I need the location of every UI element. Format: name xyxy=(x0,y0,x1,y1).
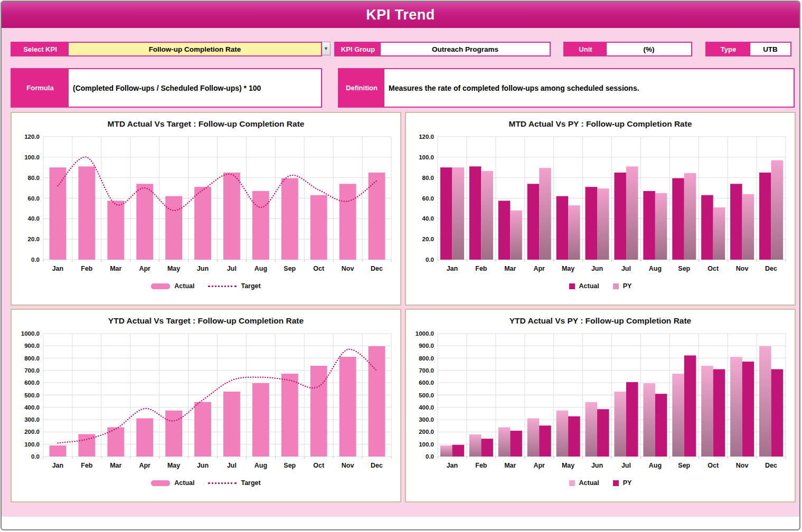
dashboard-content: Select KPI Follow-up Completion Rate ▼ K… xyxy=(2,28,799,502)
svg-text:Sep: Sep xyxy=(284,462,296,469)
svg-text:Jan: Jan xyxy=(52,462,64,469)
legend-label: PY xyxy=(623,479,632,487)
kpi-controls-row: Select KPI Follow-up Completion Rate ▼ K… xyxy=(11,42,791,56)
unit-field: Unit (%) xyxy=(563,42,692,56)
legend-item-py: PY xyxy=(613,282,632,290)
svg-text:20.0: 20.0 xyxy=(422,236,434,242)
definition-field: Definition Measures the rate of complete… xyxy=(338,68,795,108)
series-swatch-icon xyxy=(569,283,575,289)
series-swatch-icon xyxy=(151,480,170,486)
select-kpi-group: Select KPI Follow-up Completion Rate xyxy=(11,42,322,56)
svg-text:Apr: Apr xyxy=(139,462,150,469)
svg-text:Aug: Aug xyxy=(254,265,267,272)
chart-title: MTD Actual Vs PY : Follow-up Completion … xyxy=(508,119,692,129)
svg-text:100.0: 100.0 xyxy=(419,441,434,448)
svg-text:900.0: 900.0 xyxy=(24,343,40,349)
svg-text:500.0: 500.0 xyxy=(419,392,434,398)
app-window: KPI Trend Select KPI Follow-up Completio… xyxy=(1,1,800,530)
dashboard-page: KPI Trend Select KPI Follow-up Completio… xyxy=(2,2,799,517)
svg-text:Feb: Feb xyxy=(81,265,93,272)
svg-text:60.0: 60.0 xyxy=(422,195,434,202)
svg-text:Jul: Jul xyxy=(227,462,237,469)
svg-text:800.0: 800.0 xyxy=(419,355,434,362)
svg-text:60.0: 60.0 xyxy=(28,195,40,202)
svg-text:120.0: 120.0 xyxy=(24,134,40,140)
legend-item-actual: Actual xyxy=(569,282,599,290)
chart-legend: ActualPY xyxy=(569,479,632,487)
type-field: Type UTB xyxy=(705,42,791,56)
svg-text:Oct: Oct xyxy=(707,462,719,469)
svg-text:May: May xyxy=(167,265,180,272)
svg-text:Dec: Dec xyxy=(371,462,383,469)
svg-text:May: May xyxy=(562,265,574,272)
mtd-actual-vs-py-chart: 0.020.040.060.080.0100.0120.0JanFebMarAp… xyxy=(407,130,794,282)
legend-label: Target xyxy=(241,479,260,487)
ytd-actual-vs-py-chart: 0.0100.0200.0300.0400.0500.0600.0700.080… xyxy=(407,327,794,479)
svg-text:40.0: 40.0 xyxy=(28,215,40,222)
svg-text:500.0: 500.0 xyxy=(24,392,40,398)
svg-text:Jul: Jul xyxy=(621,462,631,469)
svg-text:Aug: Aug xyxy=(649,265,662,272)
type-value: UTB xyxy=(750,43,790,55)
kpi-group-field: KPI Group Outreach Programs xyxy=(334,42,551,56)
series-swatch-icon xyxy=(151,283,170,289)
svg-text:400.0: 400.0 xyxy=(419,404,434,411)
chart-legend: ActualTarget xyxy=(151,282,260,290)
svg-text:Nov: Nov xyxy=(342,265,354,272)
mtd-actual-vs-target-chart: 0.020.040.060.080.0100.0120.0JanFebMarAp… xyxy=(13,130,399,282)
svg-text:0.0: 0.0 xyxy=(426,256,434,263)
series-swatch-icon xyxy=(569,480,575,486)
chart-panel-mtd-actual-vs-py: MTD Actual Vs PY : Follow-up Completion … xyxy=(405,112,796,306)
kpi-group-label: KPI Group xyxy=(335,43,381,55)
legend-item-py: PY xyxy=(613,479,632,487)
definition-label: Definition xyxy=(339,69,384,107)
svg-text:Jan: Jan xyxy=(447,265,458,272)
svg-text:Sep: Sep xyxy=(284,265,296,272)
legend-item-actual: Actual xyxy=(151,479,194,487)
select-kpi-dropdown[interactable]: Follow-up Completion Rate xyxy=(69,43,321,55)
chart-panel-ytd-actual-vs-target: YTD Actual Vs Target : Follow-up Complet… xyxy=(11,309,401,502)
svg-text:20.0: 20.0 xyxy=(28,236,40,242)
type-label: Type xyxy=(706,43,750,55)
formula-field: Formula (Completed Follow-ups / Schedule… xyxy=(11,68,322,108)
svg-text:Mar: Mar xyxy=(110,265,121,272)
svg-text:40.0: 40.0 xyxy=(422,215,434,222)
svg-text:Nov: Nov xyxy=(736,265,749,272)
legend-label: Actual xyxy=(174,479,194,487)
chart-title: MTD Actual Vs Target : Follow-up Complet… xyxy=(108,119,305,129)
svg-text:Mar: Mar xyxy=(504,265,516,272)
dropdown-arrow-icon[interactable]: ▼ xyxy=(322,42,331,55)
dotted-line-swatch-icon xyxy=(208,286,237,287)
svg-text:Jan: Jan xyxy=(447,462,458,469)
svg-text:Sep: Sep xyxy=(678,265,690,272)
svg-text:100.0: 100.0 xyxy=(24,154,40,160)
chart-title: YTD Actual Vs PY : Follow-up Completion … xyxy=(509,316,691,326)
legend-label: Actual xyxy=(174,282,194,290)
svg-text:Jun: Jun xyxy=(591,265,603,272)
page-title: KPI Trend xyxy=(2,2,799,28)
svg-text:Jan: Jan xyxy=(52,265,64,272)
svg-text:300.0: 300.0 xyxy=(419,416,434,423)
svg-text:Jun: Jun xyxy=(197,265,209,272)
svg-text:Nov: Nov xyxy=(736,462,749,469)
unit-value: (%) xyxy=(607,43,691,55)
svg-text:300.0: 300.0 xyxy=(24,416,40,423)
legend-item-target: Target xyxy=(208,282,260,290)
svg-text:200.0: 200.0 xyxy=(24,429,40,435)
svg-text:Jun: Jun xyxy=(591,462,603,469)
formula-value: (Completed Follow-ups / Scheduled Follow… xyxy=(69,69,321,107)
legend-item-actual: Actual xyxy=(569,479,599,487)
svg-text:Jun: Jun xyxy=(197,462,209,469)
svg-text:Feb: Feb xyxy=(81,462,93,469)
charts-grid: MTD Actual Vs Target : Follow-up Complet… xyxy=(11,112,791,502)
series-swatch-icon xyxy=(613,283,619,289)
svg-text:80.0: 80.0 xyxy=(422,175,434,181)
svg-text:Apr: Apr xyxy=(533,265,545,272)
svg-text:Dec: Dec xyxy=(371,265,383,272)
svg-text:100.0: 100.0 xyxy=(419,154,434,160)
chart-panel-ytd-actual-vs-py: YTD Actual Vs PY : Follow-up Completion … xyxy=(405,309,796,502)
svg-text:Oct: Oct xyxy=(313,265,325,272)
svg-text:80.0: 80.0 xyxy=(28,175,40,181)
svg-text:120.0: 120.0 xyxy=(419,134,434,140)
svg-text:200.0: 200.0 xyxy=(419,429,434,435)
